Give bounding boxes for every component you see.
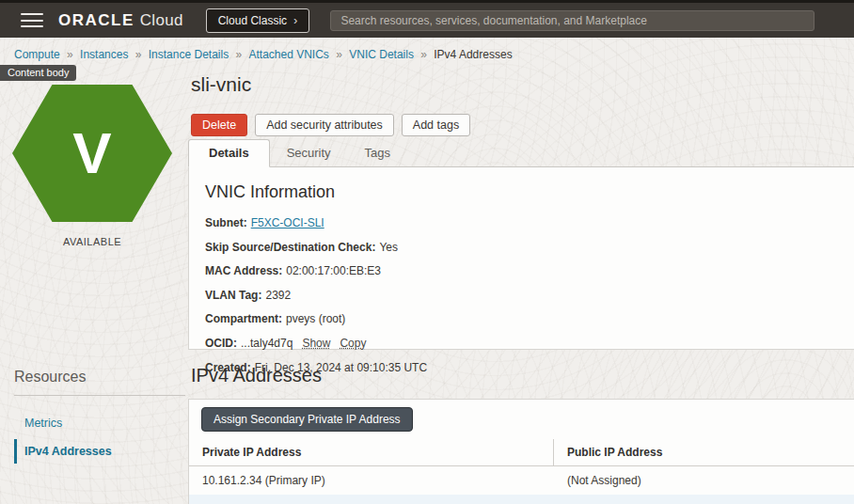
search-bar xyxy=(330,10,814,31)
ip-address-table: Private IP AddressPublic IP Address 10.1… xyxy=(189,439,854,504)
status-badge: AVAILABLE xyxy=(12,236,172,247)
breadcrumb-separator: » xyxy=(333,48,345,61)
info-field-skip-source-destination-check: Skip Source/Destination Check:Yes xyxy=(205,239,854,257)
breadcrumb-link-compute[interactable]: Compute xyxy=(14,48,60,61)
breadcrumb-separator: » xyxy=(418,48,430,61)
field-label: VLAN Tag: xyxy=(205,289,261,302)
field-value: ...taly4d7q xyxy=(241,337,293,350)
field-value: Yes xyxy=(379,241,398,254)
field-label: Subnet: xyxy=(205,216,247,229)
field-label: MAC Address: xyxy=(205,264,282,277)
private-ip-cell: 10.161.2.35 xyxy=(189,495,554,504)
chevron-right-icon: › xyxy=(293,13,297,27)
cloud-classic-button[interactable]: Cloud Classic › xyxy=(206,8,310,33)
breadcrumb-separator: » xyxy=(64,48,76,61)
assign-secondary-private-ip-button[interactable]: Assign Secondary Private IP Address xyxy=(201,407,413,432)
copy-link[interactable]: Copy xyxy=(340,337,366,350)
breadcrumb-separator: » xyxy=(132,48,144,61)
resources-sidebar: Resources MetricsIPv4 Addresses xyxy=(14,369,185,467)
public-ip-cell: (Not Assigned) xyxy=(554,495,854,504)
brand-cloud: Cloud xyxy=(140,11,183,30)
tab-tags[interactable]: Tags xyxy=(348,140,407,167)
status-hexagon-icon: V xyxy=(12,85,172,222)
hexagon-initial: V xyxy=(72,124,111,182)
table-header-row: Private IP AddressPublic IP Address xyxy=(189,439,854,466)
ipv4-addresses-heading: IPv4 Addresses xyxy=(191,365,322,386)
breadcrumb-separator: » xyxy=(232,48,245,61)
column-header-private-ip-address: Private IP Address xyxy=(189,439,554,465)
info-field-compartment: Compartment:pveys (root) xyxy=(205,310,854,328)
vnic-information-fields: Subnet:F5XC-OCI-SLISkip Source/Destinati… xyxy=(205,214,854,376)
field-value: 02:00:17:00:EB:E3 xyxy=(286,264,381,277)
info-field-vlan-tag: VLAN Tag:2392 xyxy=(205,287,854,305)
resources-list: MetricsIPv4 Addresses xyxy=(14,411,185,464)
field-value: pveys (root) xyxy=(286,312,345,325)
delete-button[interactable]: Delete xyxy=(191,114,247,136)
content-body-tooltip: Content body xyxy=(0,65,76,81)
tab-security[interactable]: Security xyxy=(270,140,348,167)
search-input[interactable] xyxy=(330,10,814,31)
top-navigation-bar: ORACLE Cloud Cloud Classic › xyxy=(0,3,854,38)
oracle-cloud-logo: ORACLE Cloud xyxy=(58,11,183,30)
resources-heading: Resources xyxy=(14,369,185,386)
field-label: OCID: xyxy=(205,337,237,350)
add-security-attributes-button[interactable]: Add security attributes xyxy=(255,114,394,136)
show-link[interactable]: Show xyxy=(302,337,330,350)
table-row: 10.161.2.35(Not Assigned) xyxy=(189,495,854,504)
table-body: 10.161.2.34 (Primary IP)(Not Assigned)10… xyxy=(189,466,854,504)
breadcrumb-link-vnic-details[interactable]: VNIC Details xyxy=(349,48,414,61)
breadcrumb-current: IPv4 Addresses xyxy=(434,48,512,61)
action-button-row: Delete Add security attributes Add tags xyxy=(191,114,854,136)
content-body: sli-vnic Delete Add security attributes … xyxy=(188,66,854,136)
tab-details[interactable]: Details xyxy=(188,139,270,167)
breadcrumb-link-instance-details[interactable]: Instance Details xyxy=(149,48,229,61)
menu-icon[interactable] xyxy=(21,13,43,27)
sidebar-item-metrics[interactable]: Metrics xyxy=(14,411,185,435)
tab-bar: DetailsSecurityTags xyxy=(188,143,854,167)
page-title: sli-vnic xyxy=(191,73,854,96)
public-ip-cell: (Not Assigned) xyxy=(554,466,854,495)
brand-oracle: ORACLE xyxy=(58,11,134,30)
field-value: 2392 xyxy=(265,289,291,302)
resources-divider xyxy=(14,395,185,396)
info-field-ocid: OCID:...taly4d7qShowCopy xyxy=(205,335,854,353)
table-row: 10.161.2.34 (Primary IP)(Not Assigned) xyxy=(189,466,854,495)
vnic-information-heading: VNIC Information xyxy=(205,182,854,202)
details-panel: VNIC Information Subnet:F5XC-OCI-SLISkip… xyxy=(188,167,854,350)
cloud-classic-label: Cloud Classic xyxy=(218,14,287,27)
private-ip-cell: 10.161.2.34 (Primary IP) xyxy=(189,466,554,495)
field-label: Compartment: xyxy=(205,312,282,325)
subnet-link[interactable]: F5XC-OCI-SLI xyxy=(251,216,324,229)
breadcrumb-link-attached-vnics[interactable]: Attached VNICs xyxy=(249,48,329,61)
ipv4-addresses-panel: Assign Secondary Private IP Address Priv… xyxy=(188,399,854,504)
info-field-subnet: Subnet:F5XC-OCI-SLI xyxy=(205,214,854,232)
field-label: Skip Source/Destination Check: xyxy=(205,241,375,254)
add-tags-button[interactable]: Add tags xyxy=(402,114,470,136)
info-field-mac-address: MAC Address:02:00:17:00:EB:E3 xyxy=(205,262,854,280)
sidebar-item-ipv4-addresses[interactable]: IPv4 Addresses xyxy=(14,439,185,464)
breadcrumb-link-instances[interactable]: Instances xyxy=(80,48,128,61)
column-header-public-ip-address: Public IP Address xyxy=(554,439,854,465)
breadcrumb: Compute » Instances » Instance Details »… xyxy=(14,48,513,61)
